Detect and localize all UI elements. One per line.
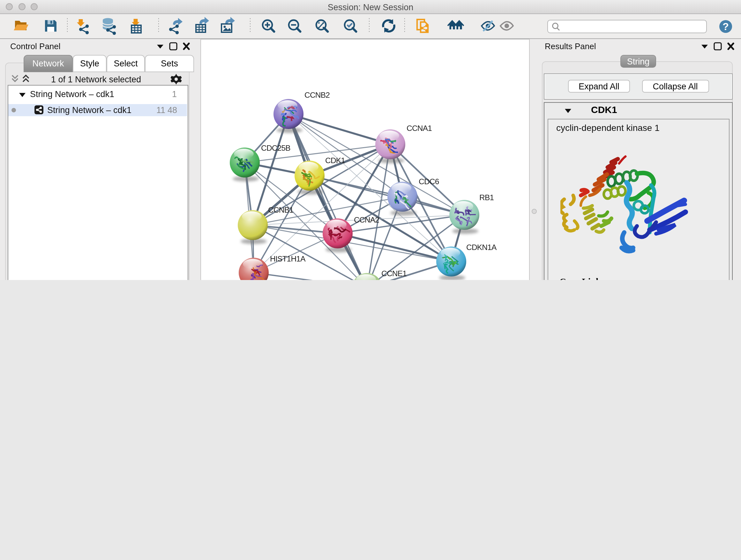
svg-text:CCNB2: CCNB2 [305,91,330,99]
svg-text:RB1: RB1 [479,193,494,202]
svg-text:HIST1H1A: HIST1H1A [270,254,306,263]
svg-text:CDK1: CDK1 [325,156,345,165]
svg-text:CCNA1: CCNA1 [407,124,432,132]
svg-text:CDKN1A: CDKN1A [466,243,497,252]
svg-text:CCNB1: CCNB1 [268,206,293,214]
svg-text:CDC25B: CDC25B [261,144,290,152]
svg-text:CCNE1: CCNE1 [381,269,407,278]
svg-text:?: ? [723,21,729,32]
svg-text:CCNA2: CCNA2 [354,215,379,224]
svg-text:CDC6: CDC6 [419,177,439,186]
